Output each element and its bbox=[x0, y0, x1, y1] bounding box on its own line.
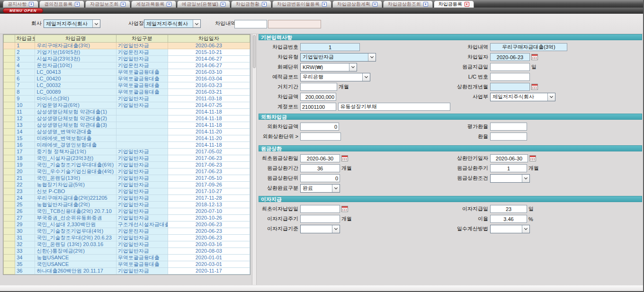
field-select[interactable]: 우리은행 bbox=[300, 73, 370, 81]
loan-row[interactable]: 34농협USANCE무역포괄금융대출2020-01-01 bbox=[4, 255, 250, 261]
field-input[interactable]: 우리구매자금대출(3억) bbox=[490, 43, 567, 51]
field-input[interactable]: 2020-06-30 bbox=[490, 154, 528, 162]
loan-row[interactable]: 4운전자금(10억)기업운전자금2014-06-27 bbox=[4, 62, 250, 69]
tab[interactable]: 자금일보조회x bbox=[85, 0, 130, 8]
grid-header[interactable]: 차입일자 bbox=[168, 35, 250, 43]
tab-close-icon[interactable]: x bbox=[373, 2, 377, 7]
tab[interactable]: 예금일보(은행별)x bbox=[177, 0, 230, 8]
tab-close-icon[interactable]: x bbox=[29, 2, 34, 7]
loan-row[interactable]: 13삼성생명단체보험 약관대출(3)2014-11-18 bbox=[4, 122, 250, 129]
loan-row[interactable]: 35국민USANCE무역포괄금융대출2020-03-01 bbox=[4, 261, 250, 268]
loan-row[interactable]: 9마이너스(3억)기업일반자금2011-03-18 bbox=[4, 96, 250, 102]
field-select[interactable]: KRW(₩) bbox=[300, 63, 357, 71]
tab[interactable]: 공지사항x bbox=[3, 0, 38, 8]
loan-row[interactable]: 32국민_온랜딩 (13억) 20.03.16기업일반자금2020-03-16 bbox=[4, 241, 250, 248]
tab[interactable]: 차입금현황x bbox=[231, 0, 271, 8]
field-input-secondary[interactable]: 유동성장기부채 bbox=[338, 103, 450, 111]
calendar-icon[interactable] bbox=[341, 155, 348, 161]
loan-row[interactable]: 7LC_00032무역포괄금융대출2016-03-23 bbox=[4, 82, 250, 89]
tab-close-icon[interactable]: x bbox=[322, 2, 327, 7]
loan-row[interactable]: 3시설자금(23억3천)기업일반자금2014-06-27 bbox=[4, 56, 250, 62]
loan-row[interactable]: 14삼성생명_변액약관대출2014-11-20 bbox=[4, 129, 250, 135]
field-select[interactable] bbox=[300, 225, 340, 233]
tab[interactable]: 차입금등록x bbox=[434, 0, 474, 8]
field-input[interactable]: 1 bbox=[490, 164, 527, 172]
tab[interactable]: 계정과목등록x bbox=[131, 0, 176, 8]
tab-close-icon[interactable]: x bbox=[167, 2, 171, 7]
field-input[interactable] bbox=[490, 73, 530, 81]
field-input[interactable]: 21001100 bbox=[300, 103, 336, 111]
tab[interactable]: 차입금상환계획x bbox=[332, 0, 382, 8]
loan-row[interactable]: 16미래에셋_경영인보험대출2014-11-18 bbox=[4, 142, 250, 149]
loan-row[interactable]: 6LC_00420무역포괄금융대출2016-03-04 bbox=[4, 76, 250, 82]
field-select[interactable]: 완료 bbox=[300, 184, 340, 193]
tab[interactable]: 결의전표등록x bbox=[39, 0, 84, 8]
loan-row[interactable]: 18국민_시설자금(23억3천)기업일반자금2017-06-23 bbox=[4, 155, 250, 162]
field-select[interactable]: 제일저지주식회사 bbox=[490, 93, 555, 101]
field-input[interactable] bbox=[490, 63, 530, 71]
tab-close-icon[interactable]: x bbox=[262, 2, 267, 7]
field-input[interactable]: 36 bbox=[300, 164, 340, 172]
field-input[interactable] bbox=[490, 123, 527, 131]
field-input[interactable]: 3.46 bbox=[490, 215, 527, 223]
tab-close-icon[interactable]: x bbox=[465, 2, 469, 7]
loan-row[interactable]: 5LC_00413무역포괄금융대출2016-03-10 bbox=[4, 69, 250, 76]
loan-row[interactable]: 36하나대출260백만원 20.11.17기업일반자금2020-11-17 bbox=[4, 268, 250, 274]
tab-close-icon[interactable]: x bbox=[121, 2, 125, 7]
field-input[interactable]: 1 bbox=[300, 43, 360, 51]
tab-close-icon[interactable]: x bbox=[423, 2, 428, 7]
calendar-icon[interactable] bbox=[529, 155, 536, 161]
tab-close-icon[interactable]: x bbox=[221, 2, 225, 7]
grid-header[interactable]: 차입금코드 bbox=[15, 35, 35, 43]
loan-row[interactable]: 8LC_00089무역포괄금융대출2016-03-21 bbox=[4, 89, 250, 96]
loan-row[interactable]: 10기업운영자금(6억)기업일반자금2014-07-25 bbox=[4, 102, 250, 109]
loan-row[interactable]: 23신보 P-CBO기업일반자금2017-10-27 bbox=[4, 188, 250, 195]
company-select[interactable]: 제일저지주식회사 bbox=[44, 19, 100, 28]
field-input[interactable] bbox=[300, 133, 341, 141]
loan-row[interactable]: 21국민_온랜딩(13억)기업일반자금2017-05-10 bbox=[4, 175, 250, 182]
tab[interactable]: 차입금변동이율등록x bbox=[272, 0, 331, 8]
loan-row[interactable]: 20국민_우수기술기업신용대출(4억)기업일반자금2017-06-23 bbox=[4, 168, 250, 175]
field-input[interactable]: 0 bbox=[300, 174, 340, 182]
loan-row[interactable]: 15미래에셋_변액보험대출2014-11-20 bbox=[4, 135, 250, 142]
field-input[interactable] bbox=[490, 133, 527, 141]
loan-row[interactable]: 24우리구매자금대출(2억)221205기업일반자금2017-11-28 bbox=[4, 195, 250, 202]
field-select[interactable] bbox=[490, 174, 530, 183]
loan-row[interactable]: 30국민_기술창조기업우대(4억)기업운전자금2020-06-23 bbox=[4, 228, 250, 235]
tab[interactable]: 차입금상환조회x bbox=[383, 0, 433, 8]
loan-desc-input[interactable] bbox=[234, 20, 267, 28]
calendar-icon[interactable] bbox=[531, 54, 538, 60]
field-input[interactable]: 0 bbox=[300, 123, 339, 131]
loan-row[interactable]: 12삼성생명단체보험 약관대출(2)2014-11-18 bbox=[4, 115, 250, 122]
loan-desc-input-2[interactable] bbox=[268, 20, 321, 28]
grid-header[interactable]: 차입구분 bbox=[116, 35, 168, 43]
field-input[interactable] bbox=[300, 205, 340, 213]
loan-row[interactable]: 19국민_기술창조기업우대대출(6억)기업일반자금2017-06-23 bbox=[4, 162, 250, 168]
scrollbar-thumb[interactable] bbox=[253, 35, 256, 68]
field-input[interactable]: 2020-06-30 bbox=[300, 154, 340, 162]
calendar-icon[interactable] bbox=[341, 206, 348, 212]
loan-row[interactable]: 17중기청 정책자금(1억)기업일반자금2017-05-02 bbox=[4, 149, 250, 155]
field-select[interactable]: 기업일반자금 bbox=[300, 53, 376, 62]
grid-scrollbar[interactable] bbox=[252, 34, 257, 285]
loan-row[interactable]: 27부국증권_선순위유동화증권기업일반자금2020-10-26 bbox=[4, 215, 250, 221]
calendar-icon[interactable] bbox=[531, 84, 538, 90]
menu-open-button[interactable]: MENU OPEN bbox=[3, 8, 43, 13]
field-input[interactable] bbox=[300, 215, 340, 223]
field-input[interactable] bbox=[490, 83, 530, 91]
loan-row[interactable]: 25농협일반자금대출(2억)기업일반자금2018-12-13 bbox=[4, 202, 250, 208]
loan-row[interactable]: 22농협장기차입금(5억)기업일반자금2017-09-26 bbox=[4, 182, 250, 188]
loan-row[interactable]: 2기업기보(16억5천)기업운전자금2015-10-21 bbox=[4, 49, 250, 56]
site-select[interactable]: 제일저지주식회사 bbox=[144, 19, 201, 28]
field-select[interactable] bbox=[490, 225, 530, 233]
field-input[interactable] bbox=[300, 83, 337, 91]
loan-row[interactable]: 31국민_기술창조우대(2억) 20.6.23기업일반자금2020-06-23 bbox=[4, 235, 250, 241]
loan-row[interactable]: 11삼성생명단체보험 약관대출(1)2014-11-18 bbox=[4, 109, 250, 115]
loan-row[interactable]: 1우리구매자금대출(3억)기업일반자금2020-06-23 bbox=[4, 43, 250, 49]
field-input[interactable]: 23 bbox=[490, 205, 527, 213]
tab-close-icon[interactable]: x bbox=[75, 2, 80, 7]
grid-header[interactable]: 차입금명 bbox=[35, 35, 116, 43]
loan-row[interactable]: 26국민_TCB신용대출(2억) 20.7.10기업일반자금2020-07-10 bbox=[4, 208, 250, 215]
field-input[interactable]: 200,000,000 bbox=[300, 93, 336, 101]
loan-row[interactable]: 29국민_시설대 2,330백만원구조개선시설자금대출2020-06-23 bbox=[4, 221, 250, 228]
